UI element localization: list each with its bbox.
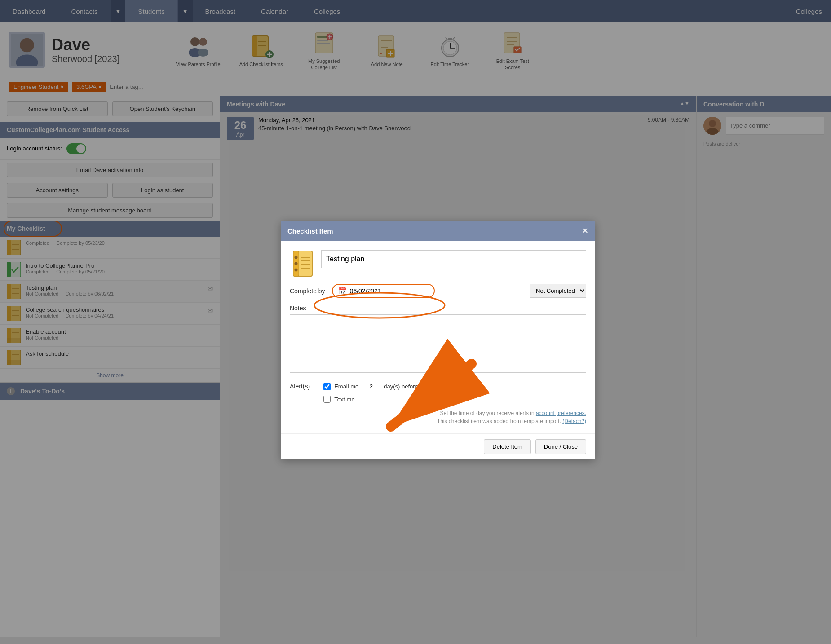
account-pref-text: Set the time of day you receive alerts i… xyxy=(290,410,586,416)
notes-section: Notes xyxy=(290,304,586,374)
days-before-label: day(s) before xyxy=(384,383,418,390)
text-alert-checkbox[interactable] xyxy=(323,396,331,403)
complete-by-label: Complete by xyxy=(290,287,325,295)
modal-top-row xyxy=(290,250,586,277)
detach-link[interactable]: (Detach?) xyxy=(562,418,586,424)
svg-point-75 xyxy=(295,262,298,265)
alert-days-input[interactable] xyxy=(362,381,380,392)
modal-close-button[interactable]: ✕ xyxy=(582,226,588,236)
calendar-icon: 📅 xyxy=(338,287,347,295)
modal-title: Checklist Item xyxy=(287,227,333,235)
svg-point-76 xyxy=(295,269,298,272)
email-alert-label: Email me xyxy=(334,383,358,390)
svg-point-74 xyxy=(295,256,298,259)
modal-header: Checklist Item ✕ xyxy=(281,221,595,241)
template-import-text: This checklist item was added from templ… xyxy=(290,418,586,424)
modal-body: Complete by 📅 Not Completed Completed In… xyxy=(281,241,595,433)
modal-footer: Delete Item Done / Close xyxy=(281,433,595,459)
email-alert-checkbox[interactable] xyxy=(323,383,331,390)
complete-by-date-field[interactable]: 📅 xyxy=(332,284,435,298)
alerts-section: Alert(s) Email me day(s) before Text me xyxy=(290,381,586,424)
modal-overlay[interactable]: Checklist Item ✕ xyxy=(0,0,831,644)
modal-complete-by-row: Complete by 📅 Not Completed Completed In… xyxy=(290,284,586,298)
modal-item-title-input[interactable] xyxy=(321,250,586,268)
alerts-label: Alert(s) xyxy=(290,383,310,390)
date-input[interactable] xyxy=(350,287,429,295)
email-alert-row: Email me day(s) before xyxy=(323,381,418,392)
notes-label: Notes xyxy=(290,304,586,312)
text-alert-row: Text me xyxy=(323,396,418,403)
account-pref-link[interactable]: account preferences. xyxy=(536,410,586,416)
modal-notebook-icon xyxy=(290,250,314,277)
text-alert-label: Text me xyxy=(334,396,355,403)
delete-item-button[interactable]: Delete Item xyxy=(484,439,530,454)
checklist-item-modal: Checklist Item ✕ xyxy=(281,221,595,459)
done-close-button[interactable]: Done / Close xyxy=(535,439,586,454)
status-select[interactable]: Not Completed Completed In Progress xyxy=(530,284,586,298)
notes-textarea[interactable] xyxy=(290,314,586,373)
